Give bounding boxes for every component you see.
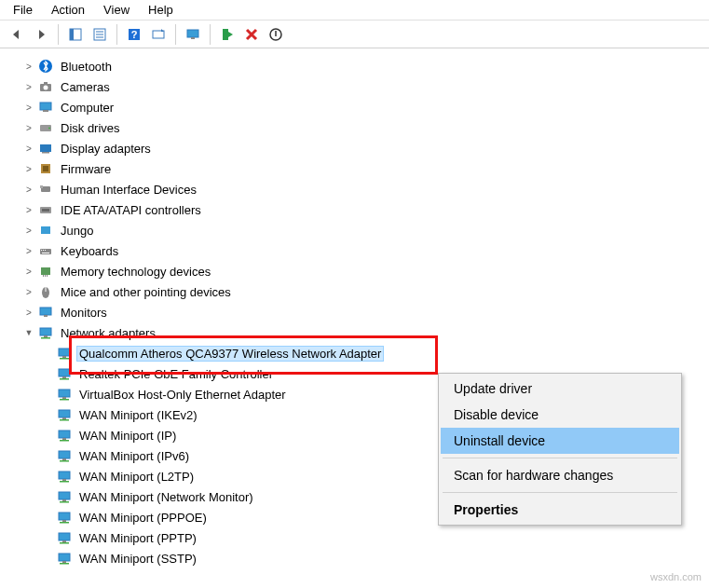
help-button[interactable]: ? [123, 23, 145, 46]
svg-rect-43 [40, 328, 51, 335]
svg-rect-35 [41, 267, 50, 275]
tree-node-mice[interactable]: > Mice and other pointing devices [22, 281, 705, 302]
svg-rect-50 [62, 376, 66, 378]
expander-icon[interactable]: > [22, 205, 35, 215]
menu-file[interactable]: File [4, 1, 42, 19]
uninstall-button[interactable] [240, 23, 263, 46]
expander-icon[interactable]: > [22, 308, 35, 318]
svg-rect-47 [62, 356, 66, 358]
computer-icon [37, 99, 54, 116]
tree-node-wan-pptp[interactable]: WAN Miniport (PPTP) [41, 527, 705, 548]
network-adapter-icon [56, 468, 73, 485]
expander-icon[interactable]: > [22, 123, 35, 133]
context-menu: Update driver Disable device Uninstall d… [438, 373, 682, 526]
svg-rect-70 [59, 513, 70, 520]
bluetooth-icon [37, 58, 54, 75]
network-adapter-icon [56, 406, 73, 423]
context-uninstall-device[interactable]: Uninstall device [441, 428, 679, 454]
tree-node-jungo[interactable]: > Jungo [22, 220, 705, 240]
network-icon [37, 324, 54, 341]
monitor-icon [37, 304, 54, 321]
network-adapter-icon [56, 427, 73, 444]
svg-rect-54 [60, 399, 69, 401]
expander-icon[interactable]: > [22, 62, 35, 72]
menu-action[interactable]: Action [42, 1, 94, 19]
forward-button[interactable] [30, 23, 52, 46]
svg-rect-59 [62, 438, 66, 440]
svg-rect-42 [44, 315, 48, 317]
tree-node-hid[interactable]: > Human Interface Devices [22, 179, 705, 199]
ide-icon [37, 201, 54, 218]
display-adapter-icon [37, 140, 54, 157]
svg-rect-17 [40, 103, 51, 110]
firmware-icon [37, 160, 54, 177]
show-hide-tree-button[interactable] [64, 23, 87, 46]
tree-node-qualcomm-atheros[interactable]: Qualcomm Atheros QCA9377 Wireless Networ… [41, 343, 705, 363]
svg-rect-28 [42, 209, 49, 212]
svg-rect-46 [59, 349, 70, 356]
expander-icon[interactable]: > [22, 267, 35, 277]
svg-rect-64 [59, 472, 70, 479]
tree-node-ide[interactable]: > IDE ATA/ATAPI controllers [22, 199, 705, 220]
svg-point-20 [48, 128, 50, 130]
properties-button[interactable] [89, 23, 111, 46]
monitor-button[interactable] [182, 23, 204, 46]
svg-rect-61 [59, 451, 70, 458]
tree-node-firmware[interactable]: > Firmware [22, 158, 705, 179]
jungo-icon [37, 222, 54, 239]
svg-rect-60 [60, 440, 69, 442]
svg-rect-31 [41, 250, 42, 251]
svg-rect-33 [45, 250, 46, 251]
disable-button[interactable] [265, 23, 287, 46]
update-driver-button[interactable] [216, 23, 239, 46]
expander-icon[interactable]: > [22, 144, 35, 154]
memory-icon [37, 263, 54, 280]
svg-rect-66 [60, 481, 69, 483]
tree-node-cameras[interactable]: > Cameras [22, 76, 705, 97]
hid-icon [37, 181, 54, 198]
expander-icon[interactable]: ▼ [22, 328, 35, 337]
expander-icon[interactable]: > [22, 103, 35, 113]
tree-node-bluetooth[interactable]: > Bluetooth [22, 56, 705, 76]
svg-rect-11 [223, 29, 228, 40]
camera-icon [37, 78, 54, 95]
svg-rect-10 [191, 37, 195, 39]
svg-rect-1 [70, 29, 74, 40]
svg-rect-24 [43, 166, 48, 171]
tree-node-computer[interactable]: > Computer [22, 97, 705, 117]
expander-icon[interactable]: > [22, 226, 35, 236]
network-adapter-icon [56, 365, 73, 382]
network-adapter-icon [56, 550, 73, 567]
expander-icon[interactable]: > [22, 246, 35, 256]
svg-rect-67 [59, 492, 70, 499]
network-adapter-icon [56, 509, 73, 526]
svg-rect-45 [41, 337, 50, 339]
context-scan-hardware[interactable]: Scan for hardware changes [441, 462, 679, 488]
expander-icon[interactable]: > [22, 185, 35, 195]
expander-icon[interactable]: > [22, 164, 35, 174]
network-adapter-icon [56, 345, 73, 362]
tree-node-wan-sstp[interactable]: WAN Miniport (SSTP) [41, 548, 705, 568]
tree-node-memory-tech[interactable]: > Memory technology devices [22, 261, 705, 281]
tree-node-keyboards[interactable]: > Keyboards [22, 240, 705, 261]
tree-node-display-adapters[interactable]: > Display adapters [22, 138, 705, 158]
svg-text:?: ? [131, 29, 138, 40]
menu-view[interactable]: View [94, 1, 139, 19]
network-adapter-icon [56, 529, 73, 546]
context-properties[interactable]: Properties [441, 497, 679, 523]
svg-rect-29 [41, 226, 50, 234]
tree-node-network-adapters[interactable]: ▼ Network adapters [22, 322, 705, 343]
svg-rect-73 [59, 533, 70, 540]
menu-help[interactable]: Help [139, 1, 183, 19]
tree-node-monitors[interactable]: > Monitors [22, 302, 705, 322]
context-update-driver[interactable]: Update driver [441, 376, 679, 402]
expander-icon[interactable]: > [22, 82, 35, 92]
svg-rect-62 [62, 458, 66, 460]
expander-icon[interactable]: > [22, 287, 35, 297]
tree-node-disk-drives[interactable]: > Disk drives [22, 117, 705, 138]
context-disable-device[interactable]: Disable device [441, 402, 679, 428]
svg-rect-56 [62, 417, 66, 419]
back-button[interactable] [6, 23, 28, 46]
scan-button-1[interactable] [147, 23, 170, 46]
svg-rect-57 [60, 419, 69, 421]
